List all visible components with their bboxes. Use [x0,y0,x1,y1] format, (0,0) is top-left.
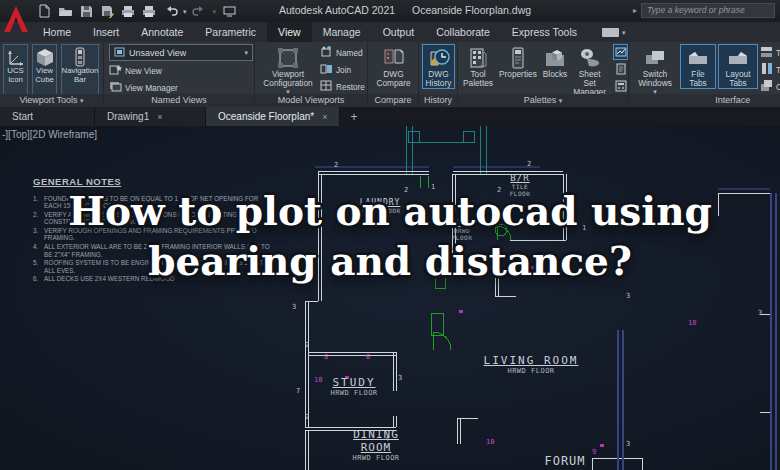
app-title: Autodesk AutoCAD 2021 [279,4,395,16]
panel-footer-palettes[interactable]: Palettes ▾ [458,94,628,107]
palette-mini-grid [613,44,628,94]
sheet-set-manager-label: Sheet Set Manager [573,70,606,94]
panel-footer-interface[interactable]: Interface [629,94,780,107]
tab-express-tools[interactable]: Express Tools [501,22,588,42]
panel-interface: Switch Windows ▾ File Tabs Layout Tabs [629,42,780,107]
panel-caret-icon: ▾ [80,97,84,104]
dim-marker: 4 [385,436,389,443]
undo-icon[interactable] [162,3,178,19]
tile-horizontally-label: Tile Horizontally [776,48,780,58]
view-cube-button[interactable]: View Cube [32,44,57,94]
blocks-button[interactable]: Blocks [541,44,569,80]
plus-icon: + [350,110,357,124]
search-input[interactable]: Type a keyword or phrase [641,3,775,18]
tab-collaborate[interactable]: Collaborate [425,22,501,42]
file-tab-bar: Start Drawing1 × Oceanside Floorplan* × … [0,107,780,126]
new-drawing-tab-button[interactable]: + [340,107,367,126]
dwg-history-label: DWG History [424,70,453,88]
file-tabs-label: File Tabs [682,70,714,88]
redo-icon[interactable] [192,3,208,19]
print-icon[interactable] [141,3,157,19]
sheet-set-manager-button[interactable]: Sheet Set Manager [571,44,608,94]
autocad-logo[interactable] [3,2,29,36]
new-view-button[interactable]: New View [109,63,253,78]
file-tab-oceanside-floorplan[interactable]: Oceanside Floorplan* × [206,107,340,126]
panel-footer-viewport-tools[interactable]: Viewport Tools ▾ [0,94,103,107]
tab-output[interactable]: Output [372,22,426,42]
markup-palette-icon[interactable] [613,61,628,77]
panel-toggle-caret-icon: ▾ [622,29,626,36]
panel-footer-compare[interactable]: Compare [368,94,418,107]
search-expand-icon[interactable]: ▸ [633,6,637,15]
tab-home[interactable]: Home [32,22,82,42]
ribbon-tab-bar: Home Insert Annotate Parametric View Man… [0,22,780,42]
tab-annotate[interactable]: Annotate [130,22,194,42]
new-file-icon[interactable] [36,3,52,19]
plot-icon[interactable] [120,3,136,19]
switch-windows-button[interactable]: Switch Windows ▾ [632,44,678,94]
file-tab-label: Drawing1 [107,111,149,122]
panel-footer-named-views[interactable]: Named Views [104,94,254,107]
quick-access-toolbar: ▾ ▾ [36,3,237,19]
tile-vertically-button[interactable]: Tile Vertically [760,62,780,77]
cascade-button[interactable]: Cascade [760,79,780,94]
dwg-compare-icon [383,47,405,69]
layout-tabs-button[interactable]: Layout Tabs [718,44,758,89]
panel-title: Named Views [151,95,206,105]
tab-manage[interactable]: Manage [312,22,372,42]
tab-parametric[interactable]: Parametric [194,22,267,42]
tool-palettes-button[interactable]: Tool Palettes [461,44,495,89]
panel-footer-model-viewports[interactable]: Model Viewports [255,94,367,107]
panel-title: Palettes [524,95,557,105]
join-viewports-button[interactable]: Join [320,62,365,77]
presenter-icon[interactable] [221,3,237,19]
view-manager-button[interactable]: View Manager [109,80,253,94]
new-view-icon [109,63,122,78]
close-icon[interactable]: × [322,112,327,122]
dwg-compare-button[interactable]: DWG Compare [371,44,416,89]
navigation-bar-button[interactable]: Navigation Bar [61,44,99,94]
tab-view[interactable]: View [267,22,312,42]
calc-palette-icon[interactable] [613,78,628,94]
viewport-configuration-button[interactable]: Viewport Configuration ▾ [258,44,318,94]
tile-horizontally-icon [760,45,773,60]
tag-marker: 10 [486,439,494,446]
redo-caret-icon[interactable]: ▾ [213,8,217,15]
file-tab-label: Start [12,111,33,122]
visual-styles-icon[interactable] [613,44,628,60]
headline-line2: bearing and distance? [0,236,780,286]
view-combo[interactable]: Unsaved View ▾ [109,44,253,61]
file-tab-drawing1[interactable]: Drawing1 × [95,107,206,126]
dim-marker: 3 [626,293,630,300]
help-search[interactable]: ▸ Type a keyword or phrase [633,3,775,18]
save-icon[interactable] [78,3,94,19]
tile-horizontally-button[interactable]: Tile Horizontally [760,45,780,60]
join-viewports-label: Join [336,65,351,75]
ucs-icon-button[interactable]: UCS Icon [3,44,28,94]
file-tabs-button[interactable]: File Tabs [680,44,716,89]
switch-windows-label: Switch Windows [634,70,676,88]
new-view-label: New View [125,66,162,76]
ribbon-panel-toggle[interactable]: ▾ [602,22,626,42]
file-tab-start[interactable]: Start [0,107,95,126]
drawing-canvas[interactable]: -][Top][2D Wireframe] GENERAL NOTES 1.FO… [0,126,780,470]
restore-viewports-button[interactable]: Restore [320,79,365,94]
tab-insert[interactable]: Insert [82,22,130,42]
dim-marker: 2 [305,342,309,349]
blocks-label: Blocks [543,70,567,79]
panel-title: Model Viewports [278,95,344,105]
open-folder-icon[interactable] [57,3,73,19]
panel-model-viewports: Viewport Configuration ▾ Named Join [255,42,368,107]
panel-named-views: Unsaved View ▾ New View View Manager [104,42,255,107]
panel-footer-history[interactable]: History [419,94,457,107]
dwg-history-button[interactable]: DWG History [422,44,455,89]
restore-viewports-icon [320,79,333,94]
properties-button[interactable]: Properties [497,44,539,80]
named-viewports-button[interactable]: Named [320,45,365,60]
viewport-controls[interactable]: -][Top][2D Wireframe] [2,129,97,140]
close-icon[interactable]: × [157,112,162,122]
layout-tabs-icon [727,47,749,69]
save-as-icon[interactable] [99,3,115,19]
restore-viewports-label: Restore [336,82,365,92]
undo-caret-icon[interactable]: ▾ [183,8,187,15]
